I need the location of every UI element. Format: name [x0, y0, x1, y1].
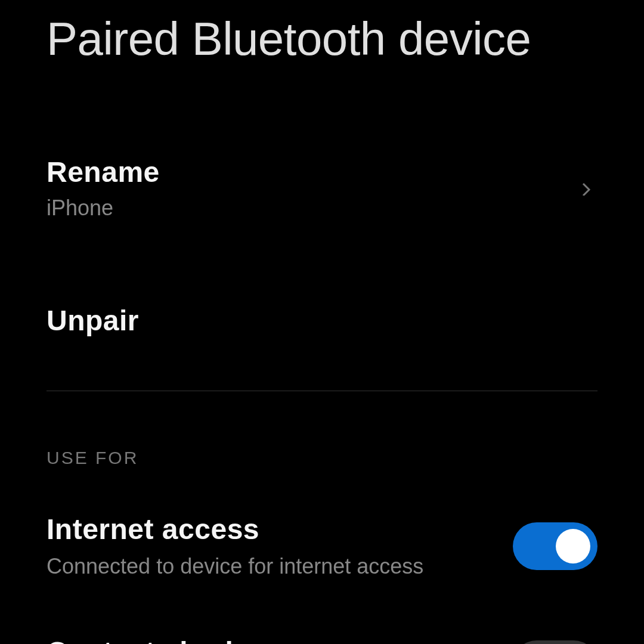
- contact-sharing-toggle[interactable]: [513, 640, 597, 645]
- chevron-right-icon: [578, 181, 593, 196]
- rename-item[interactable]: Rename iPhone: [47, 138, 597, 239]
- internet-access-toggle[interactable]: [513, 522, 597, 570]
- divider: [47, 391, 597, 391]
- internet-access-item: Internet access Connected to device for …: [47, 513, 597, 579]
- internet-access-label: Internet access: [47, 513, 513, 546]
- rename-label: Rename: [47, 156, 578, 188]
- contact-sharing-label: Contact sharing: [47, 636, 513, 644]
- section-header: USE FOR: [47, 448, 597, 468]
- toggle-knob: [556, 529, 590, 564]
- unpair-item[interactable]: Unpair: [47, 286, 597, 355]
- unpair-label: Unpair: [47, 304, 597, 337]
- rename-value: iPhone: [47, 196, 578, 221]
- internet-access-subtitle: Connected to device for internet access: [47, 554, 513, 579]
- page-title: Paired Bluetooth device: [0, 0, 644, 66]
- contact-sharing-item: Contact sharing: [47, 636, 597, 644]
